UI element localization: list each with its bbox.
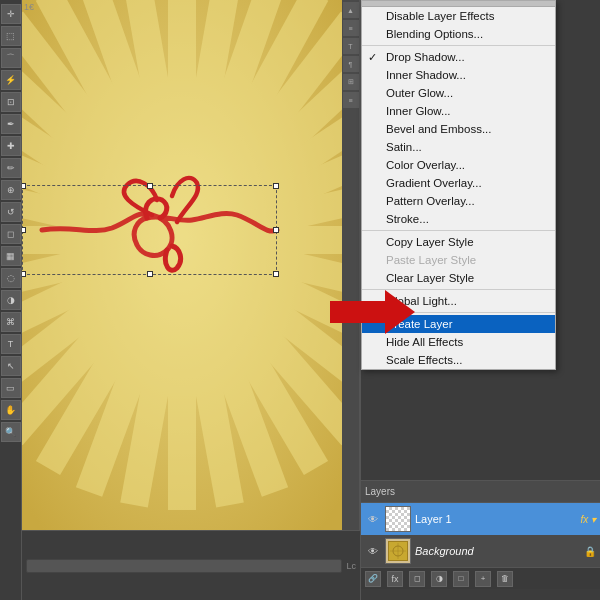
menu-item-disable-layer-effects[interactable]: Disable Layer Effects [362,7,555,25]
layer-delete-button[interactable]: 🗑 [497,571,513,587]
right-panel: Disable Layer Effects Blending Options..… [360,0,600,600]
layer-mask-button[interactable]: ◻ [409,571,425,587]
tool-shape[interactable]: ▭ [1,378,21,398]
menu-item-copy-layer-style[interactable]: Copy Layer Style [362,233,555,251]
canvas-area: ✛ 1€ ▲ ≡ T ¶ ⊞ ≡ Lc [22,0,360,600]
menu-item-drop-shadow[interactable]: Drop Shadow... [362,48,555,66]
horizontal-scrollbar[interactable] [26,559,342,573]
layer-thumb-bg-inner [388,541,408,561]
layer-name-background: Background [415,545,580,557]
layer-row-background[interactable]: 👁 Background 🔒 [361,535,600,567]
tool-clone[interactable]: ⊕ [1,180,21,200]
layer-adjustment-button[interactable]: ◑ [431,571,447,587]
tool-eraser[interactable]: ◻ [1,224,21,244]
menu-separator-1 [362,45,555,46]
menu-item-scale-effects[interactable]: Scale Effects... [362,351,555,369]
menu-item-clear-layer-style[interactable]: Clear Layer Style [362,269,555,287]
layer-visibility-layer1[interactable]: 👁 [365,511,381,527]
menu-item-blending-options[interactable]: Blending Options... [362,25,555,43]
canvas-zoom-level: 1€ [24,2,34,12]
tool-crop[interactable]: ⊡ [1,92,21,112]
menu-item-inner-shadow[interactable]: Inner Shadow... [362,66,555,84]
layer-row-layer1[interactable]: 👁 Layer 1 fx ▾ [361,503,600,535]
menu-item-color-overlay[interactable]: Color Overlay... [362,156,555,174]
context-menu: Disable Layer Effects Blending Options..… [361,0,556,370]
bg-pattern-icon [390,543,406,559]
layer-visibility-background[interactable]: 👁 [365,543,381,559]
mini-tool-1[interactable]: ▲ [343,2,359,18]
menu-item-paste-layer-style: Paste Layer Style [362,251,555,269]
side-mini-toolbar: ▲ ≡ T ¶ ⊞ ≡ [342,0,360,530]
menu-item-pattern-overlay[interactable]: Pattern Overlay... [362,192,555,210]
tool-heal[interactable]: ✚ [1,136,21,156]
menu-item-inner-glow[interactable]: Inner Glow... [362,102,555,120]
tool-blur[interactable]: ◌ [1,268,21,288]
mini-tool-4[interactable]: ¶ [343,56,359,72]
layer-thumb-background [385,538,411,564]
layer-new-button[interactable]: + [475,571,491,587]
layer-fx-badge-layer1: fx ▾ [580,514,596,525]
tool-gradient[interactable]: ▦ [1,246,21,266]
tool-move[interactable]: ✛ [1,4,21,24]
menu-separator-2 [362,230,555,231]
tool-zoom[interactable]: 🔍 [1,422,21,442]
tool-eyedropper[interactable]: ✒ [1,114,21,134]
menu-item-stroke[interactable]: Stroke... [362,210,555,228]
canvas-bottom-bar: Lc [22,530,360,600]
layer-link-button[interactable]: 🔗 [365,571,381,587]
layer-fx-button[interactable]: fx [387,571,403,587]
layers-panel: Layers 👁 Layer 1 fx ▾ 👁 [361,480,600,600]
mini-tool-2[interactable]: ≡ [343,20,359,36]
canvas-content[interactable]: ✛ 1€ [22,0,342,530]
tool-brush[interactable]: ✏ [1,158,21,178]
menu-item-hide-all-effects[interactable]: Hide All Effects [362,333,555,351]
layer-group-button[interactable]: □ [453,571,469,587]
tool-history-brush[interactable]: ↺ [1,202,21,222]
left-toolbar: ✛ ⬚ ⌒ ⚡ ⊡ ✒ ✚ ✏ ⊕ ↺ ◻ ▦ ◌ ◑ ⌘ T ↖ ▭ ✋ 🔍 [0,0,22,600]
tool-lasso[interactable]: ⌒ [1,48,21,68]
canvas-status: Lc [346,561,356,571]
tool-pen[interactable]: ⌘ [1,312,21,332]
layer-lock-icon: 🔒 [584,546,596,557]
layers-toolbar: Layers [361,481,600,503]
tool-path-select[interactable]: ↖ [1,356,21,376]
canvas-background [22,0,342,530]
layer-name-layer1: Layer 1 [415,513,576,525]
tool-hand[interactable]: ✋ [1,400,21,420]
layers-panel-title: Layers [365,486,596,497]
menu-item-bevel-emboss[interactable]: Bevel and Emboss... [362,120,555,138]
menu-item-satin[interactable]: Satin... [362,138,555,156]
menu-item-outer-glow[interactable]: Outer Glow... [362,84,555,102]
tool-magic-wand[interactable]: ⚡ [1,70,21,90]
mini-tool-6[interactable]: ≡ [343,92,359,108]
mini-tool-5[interactable]: ⊞ [343,74,359,90]
menu-item-gradient-overlay[interactable]: Gradient Overlay... [362,174,555,192]
menu-item-global-light[interactable]: Global Light... [362,292,555,310]
tool-text[interactable]: T [1,334,21,354]
menu-separator-4 [362,312,555,313]
app-window: ✛ ⬚ ⌒ ⚡ ⊡ ✒ ✚ ✏ ⊕ ↺ ◻ ▦ ◌ ◑ ⌘ T ↖ ▭ ✋ 🔍 [0,0,600,600]
menu-item-create-layer[interactable]: Create Layer [362,315,555,333]
layers-bottom-bar: 🔗 fx ◻ ◑ □ + 🗑 [361,567,600,589]
mini-tool-3[interactable]: T [343,38,359,54]
menu-separator-3 [362,289,555,290]
layer-thumb-layer1 [385,506,411,532]
tool-rect-select[interactable]: ⬚ [1,26,21,46]
tool-dodge[interactable]: ◑ [1,290,21,310]
